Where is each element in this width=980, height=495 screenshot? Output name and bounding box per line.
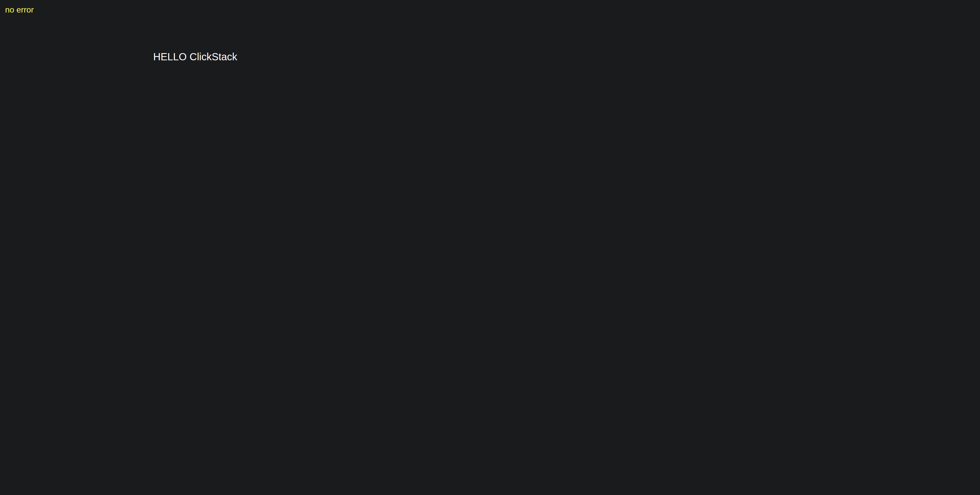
- app: no errorHELLO ClickStack: [0, 0, 980, 495]
- error-box: no error: [5, 5, 465, 14]
- hello: HELLO ClickStack: [153, 51, 237, 62]
